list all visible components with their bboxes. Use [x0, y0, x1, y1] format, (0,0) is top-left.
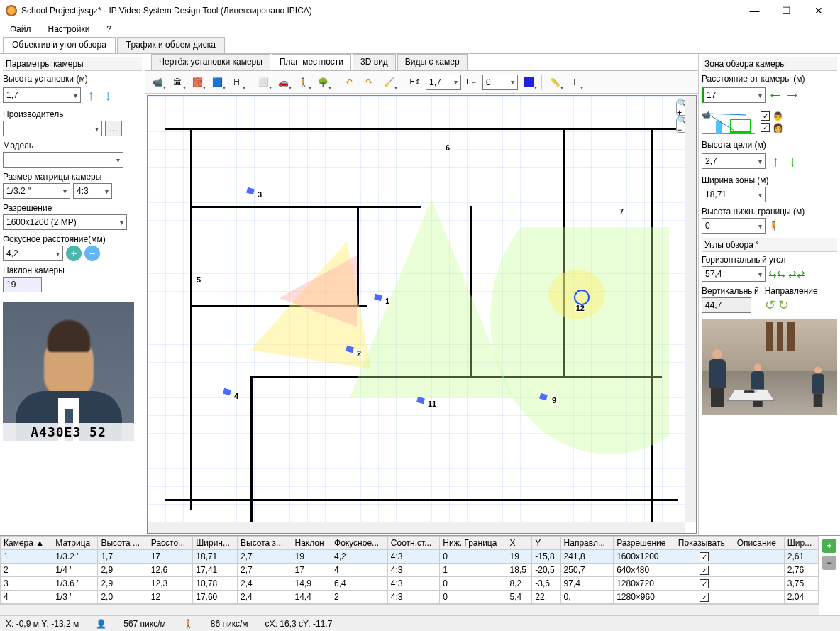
tab-3d-view[interactable]: 3D вид: [353, 54, 396, 70]
table-obj-icon[interactable]: ⬜: [254, 73, 272, 92]
rotate-ccw-icon[interactable]: ↺: [765, 297, 775, 313]
camera-6-label[interactable]: 6: [444, 143, 451, 152]
vertical-scrollbar[interactable]: [685, 96, 696, 522]
show-checkbox[interactable]: [700, 593, 709, 602]
car-obj-icon[interactable]: 🚗: [274, 73, 292, 92]
ruler-icon[interactable]: 📏: [546, 73, 564, 92]
table-header[interactable]: Y: [532, 537, 560, 550]
zone-width-combo[interactable]: 18,71: [702, 187, 766, 202]
redo-icon[interactable]: ↷: [360, 73, 378, 92]
menu-help[interactable]: ?: [99, 23, 118, 35]
lift-combo[interactable]: 0: [482, 75, 518, 90]
table-header[interactable]: Ширин...: [193, 537, 238, 550]
maximize-button[interactable]: ☐: [770, 1, 802, 21]
show-checkbox[interactable]: [700, 566, 709, 575]
install-height-combo[interactable]: 1,7: [3, 87, 81, 103]
rotate-cw-icon[interactable]: ↻: [778, 297, 789, 313]
target-height-down-icon[interactable]: ↓: [785, 151, 800, 171]
distance-combo[interactable]: 17: [702, 87, 766, 103]
focal-minus-button[interactable]: −: [84, 246, 100, 261]
distance-right-icon[interactable]: →: [785, 85, 800, 105]
table-row[interactable]: 41/3 "2,01217,602,414,424:305,422,0,1280…: [1, 591, 819, 604]
manufacturer-browse-button[interactable]: …: [105, 121, 122, 136]
horiz-angle-combo[interactable]: 57,4: [702, 266, 766, 282]
undo-icon[interactable]: ↶: [340, 73, 358, 92]
tree-obj-icon[interactable]: 🌳: [314, 73, 332, 92]
camera-3-label[interactable]: 3: [256, 190, 263, 199]
show-checkbox[interactable]: [700, 579, 709, 588]
tab-camera-views[interactable]: Виды с камер: [397, 54, 468, 70]
female-checkbox[interactable]: [761, 123, 770, 132]
table-scrollbar[interactable]: [0, 604, 819, 615]
install-height-down-icon[interactable]: ↓: [101, 85, 115, 105]
camera-tool-icon[interactable]: 📹: [148, 73, 167, 92]
camera-9-label[interactable]: 9: [551, 396, 558, 405]
install-height-up-icon[interactable]: ↑: [84, 85, 98, 105]
lower-bound-combo[interactable]: 0: [702, 218, 766, 234]
camera-1-label[interactable]: 1: [384, 297, 391, 305]
add-row-button[interactable]: +: [822, 539, 836, 553]
table-header[interactable]: Направл...: [560, 537, 614, 550]
vert-angle-input[interactable]: [702, 297, 751, 313]
table-header[interactable]: Шир...: [784, 537, 818, 550]
minimize-button[interactable]: —: [739, 1, 770, 21]
sensor-combo[interactable]: 1/3.2 ": [3, 183, 70, 199]
camera-7-label[interactable]: 7: [618, 207, 625, 216]
table-header[interactable]: Наклон: [292, 537, 331, 550]
manufacturer-combo[interactable]: [3, 121, 102, 136]
table-header[interactable]: Разрешение: [614, 537, 675, 550]
tab-site-plan[interactable]: План местности: [272, 54, 351, 70]
box-tool-icon[interactable]: 🟦: [208, 73, 226, 92]
horizontal-scrollbar[interactable]: [148, 522, 685, 533]
table-header[interactable]: Высота з...: [238, 537, 292, 550]
table-row[interactable]: 31/3.6 "2,912,310,782,414,96,44:308,2-3,…: [1, 577, 819, 591]
wall-tool-icon[interactable]: 🧱: [188, 73, 206, 92]
focal-plus-button[interactable]: +: [66, 246, 82, 261]
floor-plan-canvas[interactable]: 1 2 3 4 5 6 7 9 11 12 🔍+ 🔍−: [147, 95, 697, 534]
table-header[interactable]: Описание: [734, 537, 784, 550]
color-picker-icon[interactable]: [519, 73, 538, 92]
contract-horiz-icon[interactable]: ⇄⇄: [788, 268, 805, 280]
model-combo[interactable]: [3, 152, 123, 168]
tilt-input[interactable]: [3, 277, 42, 292]
menu-file[interactable]: Файл: [3, 23, 38, 35]
tab-lens-fov[interactable]: Объектив и угол обзора: [3, 37, 116, 53]
table-header[interactable]: Рассто...: [148, 537, 192, 550]
male-checkbox[interactable]: [761, 111, 770, 121]
camera-5-label[interactable]: 5: [195, 275, 202, 284]
text-tool-icon[interactable]: T: [565, 73, 584, 92]
menu-settings[interactable]: Настройки: [41, 23, 97, 35]
table-row[interactable]: 11/3.2 "1,71718,712,7194,24:3019-15,8241…: [1, 550, 819, 564]
column-tool-icon[interactable]: 🏛: [168, 73, 187, 92]
table-header[interactable]: Ниж. Граница: [440, 537, 507, 550]
table-header[interactable]: Матрица: [52, 537, 98, 550]
camera-12-target[interactable]: [574, 290, 590, 305]
table-header[interactable]: Соотн.ст...: [387, 537, 439, 550]
table-header[interactable]: X: [507, 537, 532, 550]
camera-2-label[interactable]: 2: [355, 349, 363, 358]
eraser-icon[interactable]: 🧹: [380, 73, 398, 92]
focal-combo[interactable]: 4,2: [3, 246, 63, 261]
table-header[interactable]: Показывать: [675, 537, 734, 550]
table-row[interactable]: 21/4 "2,912,617,412,71744:3118,5-20,5250…: [1, 564, 819, 577]
close-button[interactable]: ✕: [802, 1, 834, 21]
expand-horiz-icon[interactable]: ⇆⇆: [768, 268, 785, 280]
table-header[interactable]: Высота ...: [98, 537, 148, 550]
remove-row-button[interactable]: −: [822, 556, 836, 570]
table-header[interactable]: Камера ▲: [1, 537, 52, 550]
resolution-combo[interactable]: 1600x1200 (2 MP): [3, 214, 127, 230]
fence-tool-icon[interactable]: ⛩: [228, 73, 246, 92]
camera-4-label[interactable]: 4: [233, 392, 240, 400]
show-checkbox[interactable]: [700, 552, 709, 561]
camera-11-label[interactable]: 11: [426, 400, 438, 408]
height-combo[interactable]: 1,7: [426, 75, 461, 90]
tab-install-drawing[interactable]: Чертёж установки камеры: [151, 54, 270, 70]
tab-traffic-disk[interactable]: Трафик и объем диска: [117, 37, 225, 53]
target-height-up-icon[interactable]: ↑: [768, 151, 783, 171]
aspect-combo[interactable]: 4:3: [73, 183, 112, 199]
distance-left-icon[interactable]: ←: [768, 85, 783, 105]
target-height-combo[interactable]: 2,7: [702, 153, 766, 169]
table-header[interactable]: Фокусное...: [331, 537, 388, 550]
camera-table[interactable]: Камера ▲МатрицаВысота ...Рассто...Ширин.…: [0, 536, 819, 604]
person-obj-icon[interactable]: 🚶: [294, 73, 312, 92]
